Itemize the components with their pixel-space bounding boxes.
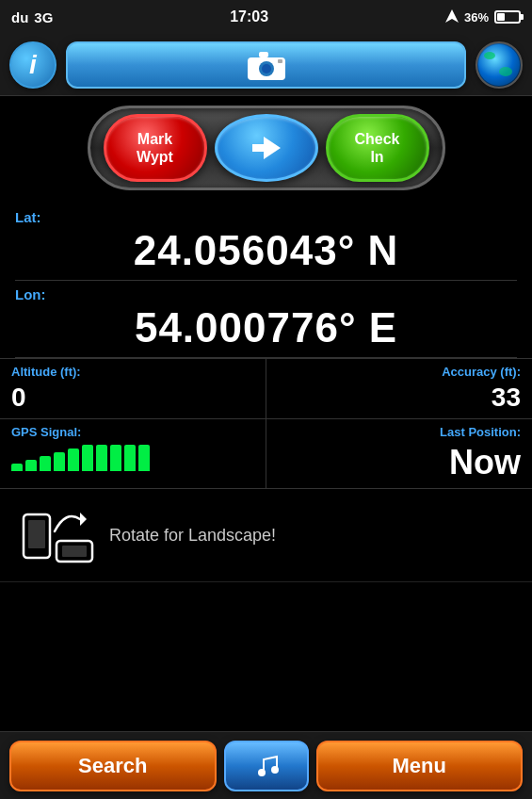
main-content: Mark Wypt Check In Lat: 24.056043° N Lon… — [0, 96, 532, 592]
svg-marker-9 — [80, 513, 87, 526]
svg-rect-4 — [259, 52, 268, 57]
carrier-text: du — [11, 9, 28, 25]
location-icon — [445, 9, 459, 24]
search-button[interactable]: Search — [9, 741, 217, 791]
gps-bars — [11, 443, 254, 471]
music-icon — [252, 752, 281, 780]
checkin-button[interactable]: Check In — [326, 114, 429, 182]
svg-rect-5 — [278, 59, 282, 63]
top-toolbar: i — [0, 34, 532, 96]
longitude-row: Lon: 54.000776° E — [15, 281, 517, 358]
svg-point-12 — [258, 769, 266, 776]
accuracy-cell: Accuracy (ft): 33 — [266, 359, 533, 419]
share-button[interactable] — [215, 114, 318, 182]
status-right: 36% — [445, 9, 521, 24]
last-position-label: Last Position: — [278, 425, 522, 439]
coordinates-section: Lat: 24.056043° N Lon: 54.000776° E — [0, 204, 532, 358]
battery-fill — [497, 13, 505, 21]
info-button[interactable]: i — [9, 41, 56, 89]
music-button[interactable] — [224, 741, 309, 791]
status-time: 17:03 — [230, 8, 268, 25]
altitude-label: Altitude (ft): — [11, 365, 254, 379]
rotate-icon-wrap — [19, 502, 94, 568]
accuracy-value: 33 — [278, 383, 522, 413]
gps-bar-5 — [68, 448, 79, 471]
rotate-hint: Rotate for Landscape! — [0, 489, 532, 582]
gps-bar-2 — [25, 460, 37, 471]
rotate-hint-text: Rotate for Landscape! — [109, 526, 276, 546]
menu-button[interactable]: Menu — [316, 741, 524, 791]
lat-label: Lat: — [15, 209, 517, 225]
gps-label: GPS Signal: — [11, 425, 254, 439]
globe-button[interactable] — [476, 41, 523, 89]
share-icon — [247, 131, 286, 165]
camera-icon — [246, 48, 287, 82]
info-grid: Altitude (ft): 0 Accuracy (ft): 33 GPS S… — [0, 358, 532, 489]
svg-point-13 — [271, 766, 279, 774]
lon-label: Lon: — [15, 286, 517, 302]
lon-value: 54.000776° E — [15, 304, 517, 355]
altitude-value: 0 — [11, 383, 254, 413]
gps-bar-3 — [40, 456, 51, 471]
gps-bar-8 — [110, 445, 121, 471]
gps-signal-cell: GPS Signal: — [0, 419, 266, 489]
svg-rect-11 — [62, 546, 87, 557]
gps-bar-7 — [96, 445, 107, 471]
mark-waypoint-button[interactable]: Mark Wypt — [104, 114, 207, 182]
last-position-value: Now — [278, 443, 522, 482]
network-text: 3G — [34, 9, 53, 25]
svg-rect-8 — [28, 520, 45, 548]
lat-value: 24.056043° N — [15, 227, 517, 278]
battery-text: 36% — [464, 10, 489, 24]
svg-marker-6 — [252, 137, 281, 159]
battery-icon — [494, 10, 521, 24]
gps-bar-9 — [124, 445, 136, 471]
altitude-cell: Altitude (ft): 0 — [0, 359, 266, 419]
globe-icon — [478, 44, 520, 86]
gps-bar-1 — [11, 464, 23, 471]
gps-bar-10 — [138, 445, 150, 471]
gps-bar-6 — [82, 445, 93, 471]
accuracy-label: Accuracy (ft): — [278, 365, 522, 379]
camera-button[interactable] — [66, 41, 466, 89]
rotate-icon — [19, 505, 94, 566]
svg-marker-0 — [445, 9, 459, 23]
action-buttons-row: Mark Wypt Check In — [88, 106, 445, 190]
svg-point-3 — [262, 64, 271, 73]
latitude-row: Lat: 24.056043° N — [15, 204, 517, 281]
last-position-cell: Last Position: Now — [266, 419, 533, 489]
status-left: du 3G — [11, 9, 53, 25]
gps-bar-4 — [54, 452, 65, 471]
status-bar: du 3G 17:03 36% — [0, 0, 532, 34]
bottom-nav: Search Menu — [0, 731, 532, 799]
